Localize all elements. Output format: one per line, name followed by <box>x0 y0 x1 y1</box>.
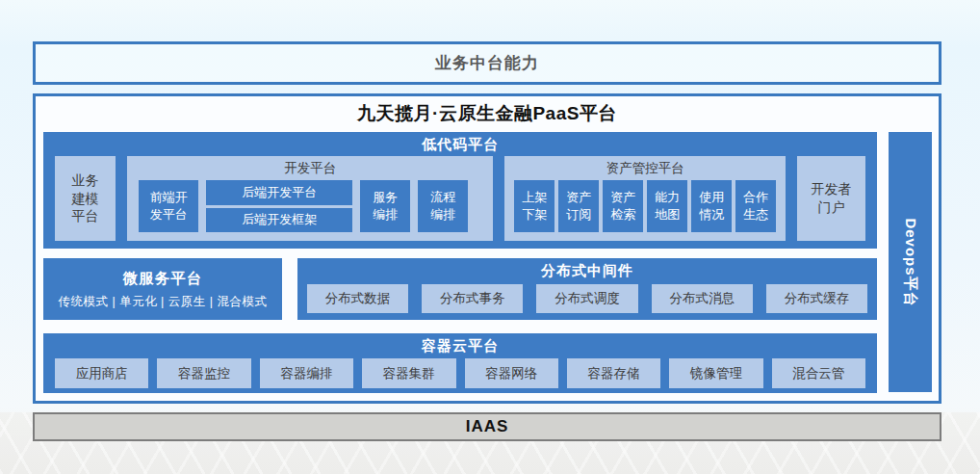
container-orchestration-box: 容器编排 <box>260 358 353 388</box>
business-midplatform-banner: 业务中台能力 <box>33 41 941 85</box>
asset-subscription-box: 资产 订阅 <box>558 180 599 232</box>
iaas-bar: IAAS <box>33 412 941 441</box>
lowcode-platform-section: 低代码平台 业务 建模 平台 开发平台 前端开 发平台 后端开发平台 后端开发框… <box>43 132 877 249</box>
distributed-message-box: 分布式消息 <box>652 284 753 313</box>
container-cloud-row: 应用商店 容器监控 容器编排 容器集群 容器网络 容器存储 镜像管理 混合云管 <box>55 358 865 388</box>
asset-control-row: 上架 下架 资产 订阅 资产 检索 能力 地图 使用 情况 合作 生态 <box>514 180 776 232</box>
service-orchestration-box: 服务 编排 <box>360 180 410 232</box>
asset-control-platform-group: 资产管控平台 上架 下架 资产 订阅 资产 检索 能力 地图 使用 情况 合作 … <box>504 156 786 241</box>
frontend-dev-platform-box: 前端开 发平台 <box>139 180 198 232</box>
distributed-middleware-section: 分布式中间件 分布式数据 分布式事务 分布式调度 分布式消息 分布式缓存 <box>297 258 877 320</box>
dev-platform-group: 开发平台 前端开 发平台 后端开发平台 后端开发框架 服务 编排 流程 编排 <box>127 156 493 241</box>
asset-search-box: 资产 检索 <box>603 180 643 232</box>
app-store-box: 应用商店 <box>55 358 148 388</box>
devops-platform-label: Devops平台 <box>901 218 919 306</box>
container-monitoring-box: 容器监控 <box>157 358 250 388</box>
process-orchestration-box: 流程 编排 <box>418 180 468 232</box>
paas-platform-panel: 九天揽月·云原生金融PaaS平台 低代码平台 业务 建模 平台 开发平台 前端开… <box>33 93 941 404</box>
capability-map-box: 能力 地图 <box>647 180 687 232</box>
microservice-platform-title: 微服务平台 <box>123 269 203 289</box>
distributed-scheduling-box: 分布式调度 <box>536 284 637 313</box>
backend-dev-platform-box: 后端开发平台 <box>206 180 352 205</box>
dev-platform-title: 开发平台 <box>127 156 493 179</box>
microservice-modes: 传统模式 | 单元化 | 云原生 | 混合模式 <box>58 294 267 310</box>
paas-platform-title: 九天揽月·云原生金融PaaS平台 <box>36 101 939 126</box>
container-network-box: 容器网络 <box>465 358 558 388</box>
asset-control-platform-title: 资产管控平台 <box>504 156 786 179</box>
lowcode-platform-title: 低代码平台 <box>43 132 877 155</box>
backend-dev-framework-box: 后端开发框架 <box>206 208 352 233</box>
distributed-cache-box: 分布式缓存 <box>766 284 867 313</box>
dev-platform-row: 前端开 发平台 后端开发平台 后端开发框架 服务 编排 流程 编排 <box>139 180 481 232</box>
devops-platform-bar: Devops平台 <box>889 132 932 392</box>
developer-portal-box: 开发者 门户 <box>797 156 865 241</box>
hybrid-cloud-management-box: 混合云管 <box>772 358 865 388</box>
asset-onoff-shelf-box: 上架 下架 <box>514 180 554 232</box>
distributed-transaction-box: 分布式事务 <box>422 284 523 313</box>
container-cloud-title: 容器云平台 <box>43 333 877 356</box>
distributed-middleware-row: 分布式数据 分布式事务 分布式调度 分布式消息 分布式缓存 <box>307 284 867 313</box>
container-cluster-box: 容器集群 <box>362 358 455 388</box>
distributed-middleware-title: 分布式中间件 <box>297 258 877 281</box>
image-management-box: 镜像管理 <box>669 358 762 388</box>
microservice-platform-section: 微服务平台 传统模式 | 单元化 | 云原生 | 混合模式 <box>43 258 282 320</box>
container-cloud-section: 容器云平台 应用商店 容器监控 容器编排 容器集群 容器网络 容器存储 镜像管理… <box>43 333 877 393</box>
lowcode-platform-body: 业务 建模 平台 开发平台 前端开 发平台 后端开发平台 后端开发框架 服务 编… <box>55 156 865 241</box>
business-modeling-platform-box: 业务 建模 平台 <box>55 156 116 241</box>
container-storage-box: 容器存储 <box>567 358 660 388</box>
backend-stack: 后端开发平台 后端开发框架 <box>206 180 352 232</box>
cooperation-ecosystem-box: 合作 生态 <box>735 180 776 232</box>
architecture-diagram: 业务中台能力 九天揽月·云原生金融PaaS平台 低代码平台 业务 建模 平台 开… <box>0 0 980 474</box>
distributed-data-box: 分布式数据 <box>307 284 408 313</box>
usage-status-box: 使用 情况 <box>691 180 732 232</box>
